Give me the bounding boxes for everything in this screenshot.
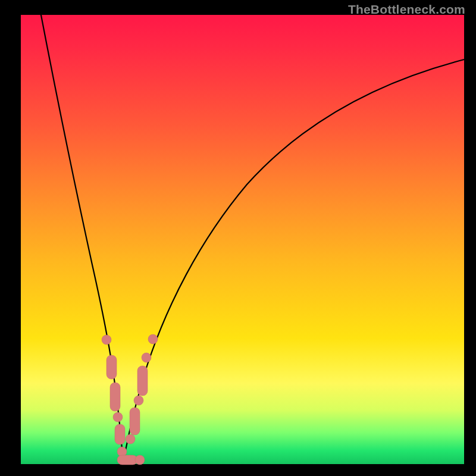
marker-dot <box>135 455 145 465</box>
marker-dot <box>134 396 143 405</box>
marker-pill <box>107 355 117 379</box>
right-branch-curve <box>123 60 464 462</box>
marker-dot <box>117 447 127 456</box>
marker-pill <box>110 383 120 411</box>
marker-dot <box>113 412 123 422</box>
marker-pill <box>117 455 137 465</box>
marker-dot <box>102 335 111 345</box>
marker-pill <box>137 366 148 396</box>
plot-area <box>21 15 464 464</box>
marker-pill <box>130 408 140 435</box>
chart-frame: TheBottleneck.com <box>0 0 476 476</box>
marker-pill <box>115 424 125 444</box>
curves-svg <box>21 15 464 464</box>
marker-dot <box>142 353 151 362</box>
marker-dot <box>148 334 158 344</box>
marker-dot <box>126 434 135 444</box>
